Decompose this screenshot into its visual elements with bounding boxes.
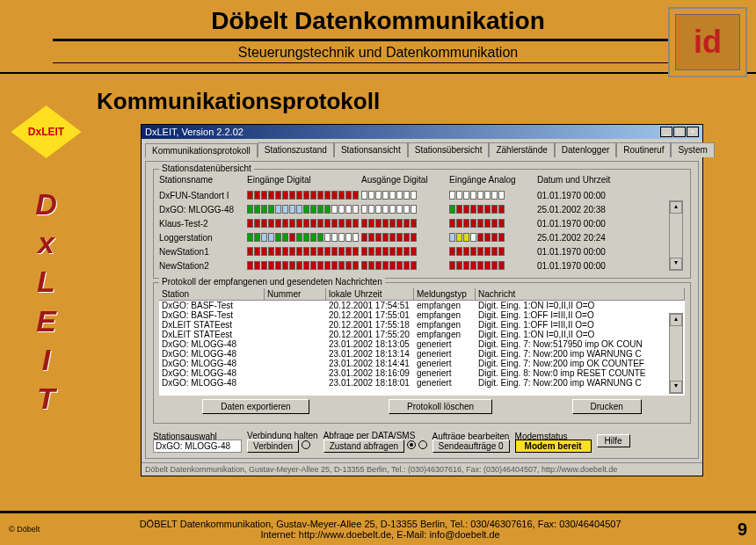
overview-row[interactable]: DxFUN-Standort I01.01.1970 00:00 bbox=[159, 188, 669, 202]
station-name: DxFUN-Standort I bbox=[159, 191, 247, 200]
overview-row[interactable]: Klaus-Test-201.01.1970 00:00 bbox=[159, 216, 669, 230]
bottom-bar: Stationsauswahl DxGO: MLOGG-48 Verbindun… bbox=[149, 427, 694, 454]
dxleit-diamond: DxLEIT bbox=[11, 105, 82, 158]
maximize-icon[interactable]: □ bbox=[673, 127, 686, 137]
close-icon[interactable]: × bbox=[687, 127, 699, 137]
station-name: NewStation1 bbox=[159, 247, 247, 257]
vertical-letter: E bbox=[4, 302, 88, 340]
protocol-col-header: lokale Uhrzeit bbox=[326, 288, 414, 300]
tab[interactable]: System bbox=[671, 142, 714, 157]
vertical-letter: D bbox=[4, 185, 88, 223]
slide-header: Döbelt Datenkommunikation Steuerungstech… bbox=[0, 0, 756, 74]
modem-status: Modem bereit bbox=[515, 440, 592, 453]
scroll-down-icon[interactable]: ▾ bbox=[670, 381, 682, 393]
scroll-up-icon[interactable]: ▴ bbox=[670, 314, 682, 326]
tab[interactable]: Stationsansicht bbox=[334, 142, 408, 157]
protocol-row[interactable]: DxLEIT STATEest20.12.2001 17:55:18empfan… bbox=[159, 320, 669, 330]
company-title: Döbelt Datenkommunikation bbox=[0, 7, 756, 35]
scroll-down-icon[interactable]: ▾ bbox=[670, 258, 682, 270]
orders-button[interactable]: Sendeaufträge 0 bbox=[433, 440, 510, 453]
poll-button[interactable]: Zustand abfragen bbox=[323, 440, 404, 453]
vertical-letter: L bbox=[4, 262, 88, 301]
datetime: 01.01.1970 00:00 bbox=[537, 261, 606, 271]
protocol-row[interactable]: DxGO: MLOGG-4823.01.2002 18:14:41generie… bbox=[159, 359, 669, 368]
protocol-row[interactable]: DxGO: MLOGG-4823.01.2002 18:13:05generie… bbox=[159, 339, 669, 349]
tab[interactable]: Kommunikationsprotokoll bbox=[145, 143, 258, 158]
protocol-row[interactable]: DxLEIT STATEest20.12.2001 17:55:20empfan… bbox=[159, 330, 669, 339]
vertical-letter: T bbox=[4, 379, 88, 418]
overview-group: Stationsdatenübersicht StationsnameEingä… bbox=[153, 169, 691, 279]
protocol-row[interactable]: DxGO: MLOGG-4823.01.2002 18:13:14generie… bbox=[159, 349, 669, 359]
overview-title: Stationsdatenübersicht bbox=[159, 164, 254, 173]
tab[interactable]: Zählerstände bbox=[489, 142, 554, 157]
titlebar[interactable]: DxLEIT, Version 2.2.02 _ □ × bbox=[142, 125, 702, 139]
protocol-group: Protokoll der empfangenen und gesendeten… bbox=[153, 282, 691, 424]
scroll-up-icon[interactable]: ▴ bbox=[670, 201, 682, 214]
protocol-row[interactable]: DxGO: MLOGG-4823.01.2002 18:16:09generie… bbox=[159, 368, 669, 378]
protocol-col-header: Station bbox=[159, 288, 265, 300]
vertical-letter: x bbox=[4, 223, 88, 262]
station-name: DxGO: MLOGG-48 bbox=[159, 205, 247, 214]
protocol-col-header: Meldungstyp bbox=[414, 288, 476, 300]
protocol-col-header: Nachricht bbox=[476, 288, 685, 300]
print-button[interactable]: Drucken bbox=[572, 399, 642, 414]
protocol-scrollbar[interactable]: ▴ ▾ bbox=[669, 313, 683, 394]
connect-button[interactable]: Verbinden bbox=[247, 440, 299, 453]
window-title: DxLEIT, Version 2.2.02 bbox=[145, 127, 244, 137]
station-name: NewStation2 bbox=[159, 261, 247, 271]
station-select[interactable]: DxGO: MLOGG-48 bbox=[153, 440, 242, 453]
logo: id bbox=[668, 7, 747, 77]
tab-bar: KommunikationsprotokollStationszustandSt… bbox=[142, 139, 702, 157]
poll-radio-data[interactable] bbox=[407, 440, 416, 449]
protocol-title: Protokoll der empfangenen und gesendeten… bbox=[159, 277, 385, 287]
protocol-row[interactable]: DxGO: MLOGG-4823.01.2002 18:18:01generie… bbox=[159, 378, 669, 388]
copyright: © Döbelt bbox=[9, 525, 40, 534]
help-button[interactable]: Hilfe bbox=[597, 434, 630, 447]
page-number: 9 bbox=[721, 520, 747, 540]
status-bar: Döbelt Datenkommunikation, Gustav-Meyer-… bbox=[142, 462, 702, 476]
datetime: 25.01.2002 20:38 bbox=[537, 205, 606, 214]
overview-row[interactable]: NewStation101.01.1970 00:00 bbox=[159, 244, 669, 258]
overview-col-header: Stationsname bbox=[159, 175, 247, 185]
company-subtitle: Steuerungstechnik und Datenkommunikation bbox=[0, 45, 756, 61]
overview-row[interactable]: Loggerstation25.01.2002 20:24 bbox=[159, 230, 669, 244]
datetime: 01.01.1970 00:00 bbox=[537, 247, 606, 257]
app-window: DxLEIT, Version 2.2.02 _ □ × Kommunikati… bbox=[141, 124, 703, 476]
overview-scrollbar[interactable]: ▴ ▾ bbox=[669, 200, 683, 271]
poll-radio-sms[interactable] bbox=[418, 440, 427, 449]
connect-radio[interactable] bbox=[302, 440, 310, 449]
overview-row[interactable]: DxGO: MLOGG-4825.01.2002 20:38 bbox=[159, 202, 669, 216]
overview-col-header: Eingänge Analog bbox=[449, 175, 537, 185]
footer-line2: Internet: http://www.doebelt.de, E-Mail:… bbox=[40, 529, 721, 540]
tab[interactable]: Stationszustand bbox=[258, 142, 334, 157]
protocol-row[interactable]: DxGO: BASF-Test20.12.2001 17:54:51empfan… bbox=[159, 301, 669, 310]
clear-button[interactable]: Protokoll löschen bbox=[389, 399, 492, 414]
tab[interactable]: Datenlogger bbox=[555, 142, 616, 157]
overview-col-header: Eingänge Digital bbox=[247, 175, 361, 185]
protocol-row[interactable]: DxGO: BASF-Test20.12.2001 17:55:01empfan… bbox=[159, 310, 669, 320]
export-button[interactable]: Daten exportieren bbox=[202, 399, 309, 414]
vertical-letter: I bbox=[4, 340, 88, 379]
datetime: 25.01.2002 20:24 bbox=[537, 233, 606, 243]
protocol-col-header: Nummer bbox=[265, 288, 326, 300]
overview-col-header: Datum und Uhrzeit bbox=[537, 175, 634, 185]
footer-line1: DÖBELT Datenkommunikation, Gustav-Meyer-… bbox=[40, 519, 721, 529]
slide-footer: © Döbelt DÖBELT Datenkommunikation, Gust… bbox=[0, 511, 756, 545]
overview-col-header: Ausgänge Digital bbox=[361, 175, 449, 185]
overview-row[interactable]: NewStation201.01.1970 00:00 bbox=[159, 258, 669, 272]
station-name: Klaus-Test-2 bbox=[159, 219, 247, 229]
datetime: 01.01.1970 00:00 bbox=[537, 191, 606, 200]
sidebar: DxLEIT DxLEIT bbox=[4, 105, 88, 418]
station-name: Loggerstation bbox=[159, 233, 247, 243]
tab[interactable]: Stationsübersicht bbox=[408, 142, 490, 157]
datetime: 01.01.1970 00:00 bbox=[537, 219, 606, 229]
minimize-icon[interactable]: _ bbox=[660, 127, 672, 137]
tab[interactable]: Routineruf bbox=[616, 142, 671, 157]
page-title: Kommunikationsprotokoll bbox=[97, 88, 747, 115]
